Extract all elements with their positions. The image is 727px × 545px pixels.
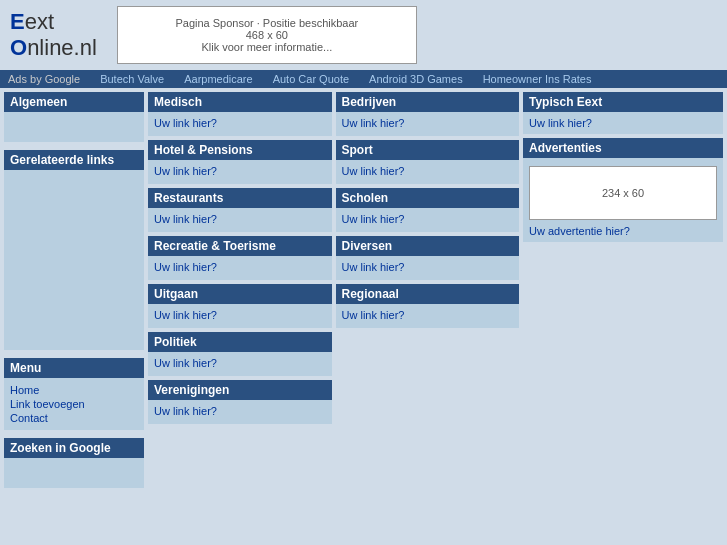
sidebar-gerelateerde-body xyxy=(4,170,144,350)
typisch-eext-body: Uw link hier? xyxy=(523,112,723,134)
cat-row-2: Hotel & Pensions Uw link hier? Sport Uw … xyxy=(148,140,519,184)
ad-banner-line3: Klik voor meer informatie... xyxy=(138,41,396,53)
sidebar-menu-body: Home Link toevoegen Contact xyxy=(4,378,144,430)
cat-recreatie-link[interactable]: Uw link hier? xyxy=(154,261,217,273)
cat-regionaal-link[interactable]: Uw link hier? xyxy=(342,309,405,321)
cat-verenigingen-title: Verenigingen xyxy=(148,380,332,400)
cat-politiek-title: Politiek xyxy=(148,332,332,352)
cat-row-3: Restaurants Uw link hier? Scholen Uw lin… xyxy=(148,188,519,232)
cat-scholen: Scholen Uw link hier? xyxy=(336,188,520,232)
logo-ext: ext xyxy=(25,9,54,34)
cat-recreatie: Recreatie & Toerisme Uw link hier? xyxy=(148,236,332,280)
nav-link-2[interactable]: Auto Car Quote xyxy=(273,73,349,85)
ad-box[interactable]: 234 x 60 xyxy=(529,166,717,220)
logo-rest: nline.nl xyxy=(27,35,97,60)
advertenties-body: 234 x 60 Uw advertentie hier? xyxy=(523,158,723,242)
cat-sport: Sport Uw link hier? xyxy=(336,140,520,184)
content: Medisch Uw link hier? Bedrijven Uw link … xyxy=(148,92,723,492)
cat-politiek: Politiek Uw link hier? xyxy=(148,332,332,376)
cat-row-4: Recreatie & Toerisme Uw link hier? Diver… xyxy=(148,236,519,280)
sidebar-zoeken-title: Zoeken in Google xyxy=(4,438,144,458)
cat-bedrijven-title: Bedrijven xyxy=(336,92,520,112)
menu-item-contact[interactable]: Contact xyxy=(10,412,138,424)
ad-link[interactable]: Uw advertentie hier? xyxy=(529,225,630,237)
typisch-eext-link[interactable]: Uw link hier? xyxy=(529,117,592,129)
main: Algemeen Gerelateerde links Menu Home Li… xyxy=(0,88,727,496)
cat-uitgaan-link[interactable]: Uw link hier? xyxy=(154,309,217,321)
cat-uitgaan: Uitgaan Uw link hier? xyxy=(148,284,332,328)
nav-bar: Ads by Google Butech Valve Aarpmedicare … xyxy=(0,70,727,88)
cat-verenigingen-link[interactable]: Uw link hier? xyxy=(154,405,217,417)
ad-size: 234 x 60 xyxy=(602,187,644,199)
cat-verenigingen: Verenigingen Uw link hier? xyxy=(148,380,332,424)
cat-diversen-link[interactable]: Uw link hier? xyxy=(342,261,405,273)
cat-restaurants-title: Restaurants xyxy=(148,188,332,208)
cat-verenigingen-body: Uw link hier? xyxy=(148,400,332,424)
cat-politiek-link[interactable]: Uw link hier? xyxy=(154,357,217,369)
cat-sport-title: Sport xyxy=(336,140,520,160)
ads-by-google: Ads by Google xyxy=(8,73,80,85)
sidebar-algemeen: Algemeen xyxy=(4,92,144,142)
col-right: Typisch Eext Uw link hier? Advertenties … xyxy=(523,92,723,492)
cat-scholen-title: Scholen xyxy=(336,188,520,208)
cat-restaurants-body: Uw link hier? xyxy=(148,208,332,232)
sidebar-zoeken: Zoeken in Google xyxy=(4,438,144,488)
cat-uitgaan-body: Uw link hier? xyxy=(148,304,332,328)
cat-restaurants: Restaurants Uw link hier? xyxy=(148,188,332,232)
sidebar-menu: Menu Home Link toevoegen Contact xyxy=(4,358,144,430)
logo-e: E xyxy=(10,9,25,34)
cat-hotel-link[interactable]: Uw link hier? xyxy=(154,165,217,177)
cat-row-6: Politiek Uw link hier? xyxy=(148,332,519,376)
nav-link-4[interactable]: Homeowner Ins Rates xyxy=(483,73,592,85)
cat-row-1: Medisch Uw link hier? Bedrijven Uw link … xyxy=(148,92,519,136)
cat-diversen-body: Uw link hier? xyxy=(336,256,520,280)
cat-regionaal: Regionaal Uw link hier? xyxy=(336,284,520,328)
cat-recreatie-body: Uw link hier? xyxy=(148,256,332,280)
sidebar-gerelateerde: Gerelateerde links xyxy=(4,150,144,350)
cat-scholen-link[interactable]: Uw link hier? xyxy=(342,213,405,225)
cat-medisch-title: Medisch xyxy=(148,92,332,112)
sidebar-algemeen-body xyxy=(4,112,144,142)
cat-scholen-body: Uw link hier? xyxy=(336,208,520,232)
cat-hotel-title: Hotel & Pensions xyxy=(148,140,332,160)
cat-medisch-link[interactable]: Uw link hier? xyxy=(154,117,217,129)
cat-diversen: Diversen Uw link hier? xyxy=(336,236,520,280)
ad-banner-line2: 468 x 60 xyxy=(138,29,396,41)
nav-link-3[interactable]: Android 3D Games xyxy=(369,73,463,85)
advertenties-title: Advertenties xyxy=(523,138,723,158)
cat-sport-link[interactable]: Uw link hier? xyxy=(342,165,405,177)
cat-bedrijven: Bedrijven Uw link hier? xyxy=(336,92,520,136)
cat-bedrijven-link[interactable]: Uw link hier? xyxy=(342,117,405,129)
cat-medisch-body: Uw link hier? xyxy=(148,112,332,136)
cat-medisch: Medisch Uw link hier? xyxy=(148,92,332,136)
sidebar-gerelateerde-title: Gerelateerde links xyxy=(4,150,144,170)
cat-uitgaan-title: Uitgaan xyxy=(148,284,332,304)
section-typisch-eext: Typisch Eext Uw link hier? xyxy=(523,92,723,134)
cat-bedrijven-body: Uw link hier? xyxy=(336,112,520,136)
cat-regionaal-body: Uw link hier? xyxy=(336,304,520,328)
section-advertenties: Advertenties 234 x 60 Uw advertentie hie… xyxy=(523,138,723,242)
cat-restaurants-link[interactable]: Uw link hier? xyxy=(154,213,217,225)
menu-item-home[interactable]: Home xyxy=(10,384,138,396)
cat-recreatie-title: Recreatie & Toerisme xyxy=(148,236,332,256)
sidebar-menu-title: Menu xyxy=(4,358,144,378)
sidebar: Algemeen Gerelateerde links Menu Home Li… xyxy=(4,92,144,492)
ad-banner-line1: Pagina Sponsor · Positie beschikbaar xyxy=(138,17,396,29)
cat-hotel-body: Uw link hier? xyxy=(148,160,332,184)
cat-diversen-title: Diversen xyxy=(336,236,520,256)
nav-link-0[interactable]: Butech Valve xyxy=(100,73,164,85)
sidebar-zoeken-body xyxy=(4,458,144,488)
nav-link-1[interactable]: Aarpmedicare xyxy=(184,73,252,85)
cat-sport-body: Uw link hier? xyxy=(336,160,520,184)
header: Eext Online.nl Pagina Sponsor · Positie … xyxy=(0,0,727,70)
typisch-eext-title: Typisch Eext xyxy=(523,92,723,112)
cat-regionaal-title: Regionaal xyxy=(336,284,520,304)
cat-politiek-body: Uw link hier? xyxy=(148,352,332,376)
col-left: Medisch Uw link hier? Bedrijven Uw link … xyxy=(148,92,519,492)
cat-row-7: Verenigingen Uw link hier? xyxy=(148,380,519,424)
ad-banner[interactable]: Pagina Sponsor · Positie beschikbaar 468… xyxy=(117,6,417,64)
cat-hotel: Hotel & Pensions Uw link hier? xyxy=(148,140,332,184)
menu-item-add[interactable]: Link toevoegen xyxy=(10,398,138,410)
logo-o: O xyxy=(10,35,27,60)
cat-row-5: Uitgaan Uw link hier? Regionaal Uw link … xyxy=(148,284,519,328)
